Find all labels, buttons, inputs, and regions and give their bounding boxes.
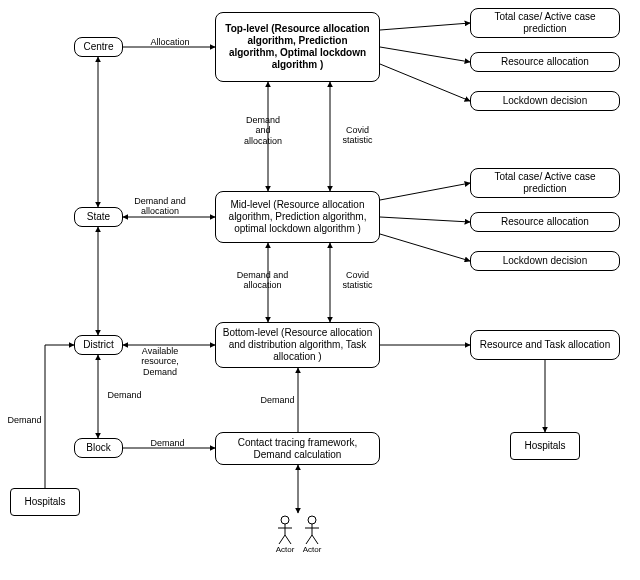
label-demand-block: Demand [145,438,190,448]
label-demand-alloc-mid: Demand and allocation [230,270,295,291]
node-state: State [74,207,123,227]
person-icon [276,515,294,545]
node-mid-resource: Resource allocation [470,212,620,232]
svg-point-25 [308,516,316,524]
actor-1-label: Actor [275,545,295,554]
label-demand-db: Demand [102,390,147,400]
node-top-level: Top-level (Resource allocation algorithm… [215,12,380,82]
label-demand-alloc-left: Demand and allocation [125,196,195,217]
node-bottom-resource: Resource and Task allocation [470,330,620,360]
node-block: Block [74,438,123,458]
node-district: District [74,335,123,355]
label-demand-hosp: Demand [2,415,47,425]
svg-line-24 [285,535,291,544]
svg-line-13 [380,23,470,30]
diagram-connectors [0,0,640,580]
svg-line-23 [279,535,285,544]
svg-line-16 [380,183,470,200]
svg-point-20 [281,516,289,524]
svg-line-15 [380,64,470,101]
node-mid-prediction: Total case/ Active case prediction [470,168,620,198]
label-demand-ct: Demand [255,395,300,405]
node-top-prediction: Total case/ Active case prediction [470,8,620,38]
actor-2: Actor [302,515,322,554]
person-icon [303,515,321,545]
svg-line-18 [380,234,470,261]
label-available-resource: Available resource, Demand [130,346,190,377]
label-covid-stat-top: Covid statistic [335,125,380,146]
node-hospitals-right: Hospitals [510,432,580,460]
node-bottom-level: Bottom-level (Resource allocation and di… [215,322,380,368]
node-mid-level: Mid-level (Resource allocation algorithm… [215,191,380,243]
label-allocation: Allocation [140,37,200,47]
node-contact-tracing: Contact tracing framework, Demand calcul… [215,432,380,465]
label-demand-alloc-top: Demand and allocation [238,115,288,146]
node-top-lockdown: Lockdown decision [470,91,620,111]
svg-line-28 [306,535,312,544]
label-covid-stat-mid: Covid statistic [335,270,380,291]
actor-2-label: Actor [302,545,322,554]
node-centre: Centre [74,37,123,57]
svg-line-14 [380,47,470,62]
actor-1: Actor [275,515,295,554]
node-hospitals-left: Hospitals [10,488,80,516]
node-top-resource: Resource allocation [470,52,620,72]
svg-line-17 [380,217,470,222]
svg-line-29 [312,535,318,544]
node-mid-lockdown: Lockdown decision [470,251,620,271]
